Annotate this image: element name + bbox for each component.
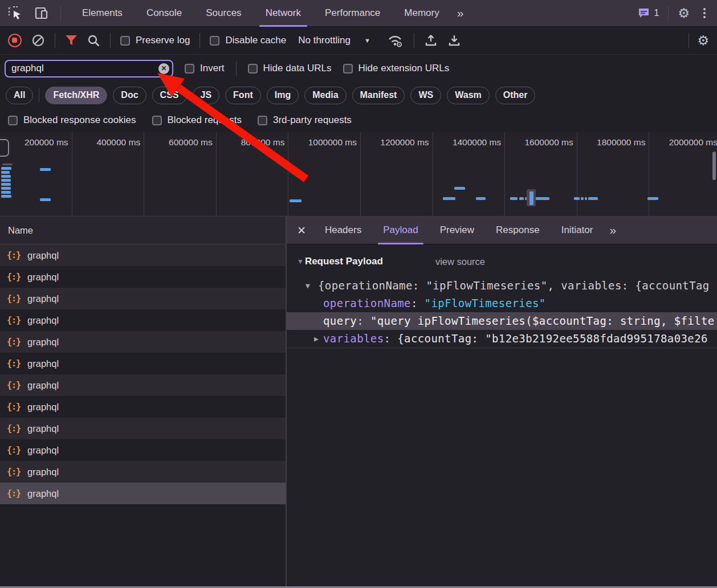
device-toolbar-icon[interactable] [34, 6, 49, 21]
clear-filter-icon[interactable]: ✕ [158, 63, 169, 74]
payload-key: variables [323, 332, 384, 345]
3rd-party-requests-checkbox[interactable]: 3rd-party requests [258, 115, 352, 126]
tab-network[interactable]: Network [254, 0, 313, 27]
hide-data-urls-checkbox[interactable]: Hide data URLs [248, 63, 332, 74]
chip-fetch-xhr[interactable]: Fetch/XHR [45, 87, 107, 104]
tab-performance[interactable]: Performance [313, 0, 392, 27]
json-braces-icon: {:} [7, 293, 21, 304]
details-tab-preview[interactable]: Preview [429, 217, 485, 244]
table-row[interactable]: {:}graphql [0, 374, 286, 396]
close-details-icon[interactable]: ✕ [287, 224, 314, 237]
throttling-dropdown[interactable]: No throttling ▼ [298, 35, 370, 46]
issues-counter[interactable]: 1 [638, 7, 659, 19]
kebab-menu-icon[interactable] [699, 8, 710, 18]
inspect-element-icon[interactable] [8, 6, 23, 21]
divider [236, 61, 237, 76]
chip-media[interactable]: Media [304, 87, 346, 104]
table-row[interactable]: {:}graphql [0, 309, 286, 331]
twisty-open-icon[interactable]: ▼ [305, 277, 310, 295]
network-conditions-icon[interactable] [387, 34, 404, 47]
tick-label: 400000 ms [96, 137, 140, 148]
view-source-link[interactable]: view source [435, 256, 485, 267]
details-tab-response[interactable]: Response [485, 217, 551, 244]
payload-row[interactable]: query: "query ipFlowTimeseries($accountT… [287, 312, 717, 330]
chip-css[interactable]: CSS [152, 87, 187, 104]
chip-js[interactable]: JS [193, 87, 220, 104]
request-timeline-bar [290, 199, 302, 202]
preserve-log-checkbox[interactable]: Preserve log [120, 35, 190, 46]
table-row[interactable]: {:}graphql [0, 439, 286, 461]
name-column-header[interactable]: Name [0, 217, 286, 244]
table-row[interactable]: {:}graphql [0, 244, 286, 266]
timeline-tick: 1000000 ms [288, 132, 361, 217]
network-overview-timeline[interactable]: 200000 ms400000 ms600000 ms800000 ms1000… [0, 132, 717, 217]
chip-font[interactable]: Font [225, 87, 261, 104]
clear-network-log-icon[interactable] [31, 34, 45, 47]
payload-row[interactable]: operationName: "ipFlowTimeseries" [287, 295, 717, 312]
request-timeline-bar [588, 197, 598, 200]
blocked-requests-checkbox[interactable]: Blocked requests [152, 115, 242, 126]
table-row[interactable]: {:}graphql [0, 266, 286, 288]
tab-console[interactable]: Console [135, 0, 194, 27]
devtools-window: ElementsConsoleSourcesNetworkPerformance… [0, 0, 717, 588]
checkbox [248, 64, 258, 74]
invert-checkbox[interactable]: Invert [185, 63, 225, 74]
table-row[interactable]: {:}graphql [0, 288, 286, 309]
table-row[interactable]: {:}graphql [0, 461, 286, 483]
chip-img[interactable]: Img [267, 87, 299, 104]
details-tab-headers[interactable]: Headers [314, 217, 372, 244]
request-name: graphql [27, 337, 59, 348]
table-row[interactable]: {:}graphql [0, 396, 286, 418]
chip-doc[interactable]: Doc [113, 87, 146, 104]
twisty-closed-icon[interactable]: ▶ [314, 330, 319, 348]
payload-row[interactable]: ▶variables: {accountTag: "b12e3b2192ee55… [287, 330, 717, 348]
settings-gear-icon[interactable]: ⚙ [678, 7, 690, 20]
details-tab-initiator[interactable]: Initiator [551, 217, 604, 244]
chip-wasm[interactable]: Wasm [447, 87, 490, 104]
issues-count: 1 [654, 8, 659, 18]
filter-icon[interactable] [65, 35, 78, 46]
request-payload-section-header[interactable]: ▼ Request Payload view source [287, 252, 485, 271]
table-row[interactable]: {:}graphql [0, 353, 286, 374]
export-har-icon[interactable] [447, 34, 461, 47]
tab-elements[interactable]: Elements [70, 0, 135, 27]
payload-value: {accountTag: "b12e3b2192ee5588fdad995178… [397, 332, 708, 345]
filter-input[interactable] [5, 60, 173, 77]
request-timeline-bar [476, 197, 486, 200]
more-tabs-icon[interactable]: » [451, 6, 470, 20]
request-name: graphql [27, 315, 59, 326]
search-icon[interactable] [87, 34, 100, 47]
key-value-separator: : [357, 315, 370, 327]
more-details-tabs-icon[interactable]: » [604, 223, 622, 237]
timeline-tick: 1800000 ms [577, 132, 650, 217]
object-preview-text: {operationName: "ipFlowTimeseries", vari… [318, 279, 710, 292]
extra-filters-row: Blocked response cookiesBlocked requests… [0, 108, 717, 132]
network-toolbar: Preserve log Disable cache No throttling… [0, 27, 717, 55]
network-settings-gear-icon[interactable]: ⚙ [697, 34, 709, 47]
tab-sources[interactable]: Sources [194, 0, 253, 27]
request-timeline-bar [647, 197, 658, 200]
table-row[interactable]: {:}graphql [0, 483, 286, 504]
chip-manifest[interactable]: Manifest [352, 87, 405, 104]
hide-extension-urls-checkbox[interactable]: Hide extension URLs [343, 63, 450, 74]
json-braces-icon: {:} [7, 423, 21, 434]
timeline-tick: 200000 ms [0, 132, 72, 217]
request-timeline-bar [443, 197, 455, 200]
import-har-icon[interactable] [424, 34, 438, 47]
chip-other[interactable]: Other [495, 87, 536, 104]
network-filter-bar: ✕ Invert Hide data URLs Hide extension U… [0, 55, 717, 82]
json-braces-icon: {:} [7, 358, 21, 369]
checkbox [185, 64, 194, 74]
payload-row[interactable]: ▼{operationName: "ipFlowTimeseries", var… [287, 277, 717, 295]
record-button[interactable] [8, 34, 22, 47]
disable-cache-checkbox[interactable]: Disable cache [210, 35, 286, 46]
chip-ws[interactable]: WS [410, 87, 441, 104]
json-braces-icon: {:} [7, 380, 21, 390]
request-timeline-bar [510, 197, 518, 200]
details-tab-payload[interactable]: Payload [372, 217, 429, 244]
table-row[interactable]: {:}graphql [0, 418, 286, 439]
table-row[interactable]: {:}graphql [0, 331, 286, 353]
tab-memory[interactable]: Memory [392, 0, 451, 27]
chip-all[interactable]: All [6, 87, 33, 104]
blocked-response-cookies-checkbox[interactable]: Blocked response cookies [8, 115, 136, 126]
